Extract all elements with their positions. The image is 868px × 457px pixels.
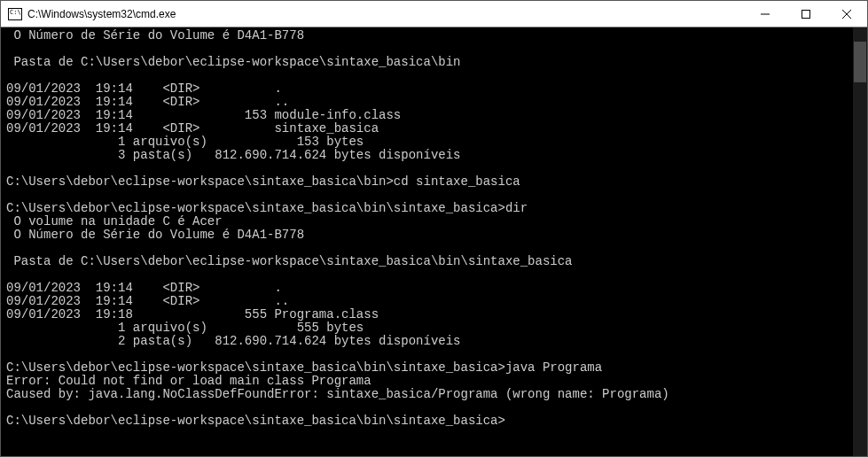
svg-rect-1: [802, 10, 810, 18]
terminal-line: [6, 401, 851, 414]
terminal-line: 09/01/2023 19:14 <DIR> .: [6, 82, 851, 96]
maximize-button[interactable]: [786, 1, 826, 27]
terminal-output[interactable]: O Número de Série do Volume é D4A1-B778 …: [1, 27, 853, 456]
maximize-icon: [802, 10, 810, 19]
terminal-line: [6, 189, 851, 202]
terminal-line: 1 arquivo(s) 153 bytes: [6, 136, 851, 149]
minimize-icon: [761, 10, 770, 19]
scrollbar[interactable]: [853, 27, 867, 456]
terminal-line: 09/01/2023 19:14 153 module-info.class: [6, 109, 851, 122]
terminal-line: [6, 69, 851, 82]
terminal-line: C:\Users\debor\eclipse-workspace\sintaxe…: [6, 361, 851, 375]
cmd-icon: [8, 8, 22, 20]
terminal-line: [6, 162, 851, 175]
terminal-line: [6, 242, 851, 255]
minimize-button[interactable]: [745, 1, 786, 27]
titlebar[interactable]: C:\Windows\system32\cmd.exe: [1, 1, 867, 27]
terminal-line: C:\Users\debor\eclipse-workspace\sintaxe…: [6, 175, 851, 189]
terminal-line: [6, 348, 851, 361]
terminal-line: C:\Users\debor\eclipse-workspace\sintaxe…: [6, 202, 851, 215]
terminal-line: 09/01/2023 19:18 555 Programa.class: [6, 308, 851, 321]
terminal-line: 2 pasta(s) 812.690.714.624 bytes disponí…: [6, 335, 851, 348]
terminal-area: O Número de Série do Volume é D4A1-B778 …: [1, 27, 867, 456]
terminal-line: Pasta de C:\Users\debor\eclipse-workspac…: [6, 56, 851, 69]
terminal-line: Error: Could not find or load main class…: [6, 375, 851, 388]
terminal-line: [6, 43, 851, 56]
terminal-line: [6, 268, 851, 282]
terminal-line: C:\Users\debor\eclipse-workspace\sintaxe…: [6, 414, 851, 428]
cmd-window: C:\Windows\system32\cmd.exe O Número de …: [0, 0, 868, 457]
terminal-line: 3 pasta(s) 812.690.714.624 bytes disponí…: [6, 149, 851, 162]
terminal-line: Caused by: java.lang.NoClassDefFoundErro…: [6, 388, 851, 401]
terminal-line: 09/01/2023 19:14 <DIR> ..: [6, 96, 851, 109]
terminal-line: 09/01/2023 19:14 <DIR> ..: [6, 295, 851, 308]
window-title: C:\Windows\system32\cmd.exe: [27, 8, 176, 20]
close-icon: [842, 10, 851, 19]
terminal-line: 09/01/2023 19:14 <DIR> .: [6, 282, 851, 295]
terminal-line: O Número de Série do Volume é D4A1-B778: [6, 228, 851, 242]
scrollbar-thumb[interactable]: [854, 42, 866, 82]
terminal-line: O volume na unidade C é Acer: [6, 215, 851, 228]
terminal-line: O Número de Série do Volume é D4A1-B778: [6, 29, 851, 43]
terminal-line: Pasta de C:\Users\debor\eclipse-workspac…: [6, 255, 851, 268]
close-button[interactable]: [826, 1, 867, 27]
terminal-line: 1 arquivo(s) 555 bytes: [6, 321, 851, 335]
terminal-line: 09/01/2023 19:14 <DIR> sintaxe_basica: [6, 122, 851, 136]
